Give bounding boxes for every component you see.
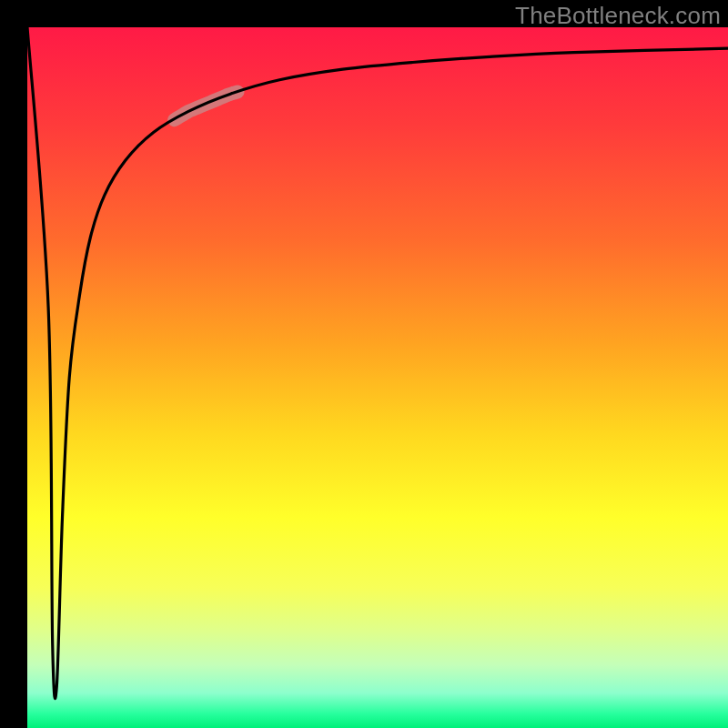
watermark-text: TheBottleneck.com bbox=[515, 2, 721, 30]
plot-area bbox=[27, 27, 728, 728]
bottleneck-curve bbox=[27, 27, 728, 728]
curve-main-line bbox=[27, 27, 728, 699]
chart-frame: TheBottleneck.com bbox=[0, 0, 728, 728]
